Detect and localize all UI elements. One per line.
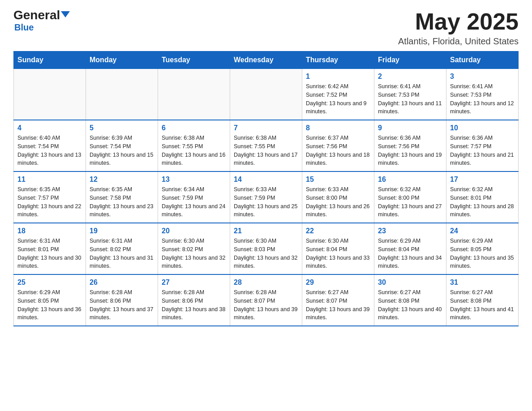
calendar-cell: 7Sunrise: 6:38 AM Sunset: 7:55 PM Daylig… (230, 120, 302, 171)
day-number: 17 (450, 176, 515, 184)
day-info: Sunrise: 6:36 AM Sunset: 7:56 PM Dayligh… (378, 134, 442, 167)
calendar-cell: 13Sunrise: 6:34 AM Sunset: 7:59 PM Dayli… (158, 171, 230, 223)
calendar-cell: 12Sunrise: 6:35 AM Sunset: 7:58 PM Dayli… (86, 171, 158, 223)
day-info: Sunrise: 6:32 AM Sunset: 8:00 PM Dayligh… (378, 185, 442, 219)
calendar-cell: 24Sunrise: 6:29 AM Sunset: 8:05 PM Dayli… (446, 223, 519, 274)
day-number: 29 (306, 278, 370, 287)
logo-blue: Blue (14, 22, 34, 33)
day-info: Sunrise: 6:27 AM Sunset: 8:08 PM Dayligh… (450, 288, 515, 322)
calendar-cell: 27Sunrise: 6:28 AM Sunset: 8:06 PM Dayli… (158, 274, 230, 326)
day-info: Sunrise: 6:34 AM Sunset: 7:59 PM Dayligh… (162, 185, 226, 219)
calendar-table: SundayMondayTuesdayWednesdayThursdayFrid… (13, 51, 519, 326)
day-number: 20 (162, 227, 226, 235)
calendar-cell (14, 69, 86, 120)
day-info: Sunrise: 6:31 AM Sunset: 8:01 PM Dayligh… (17, 237, 82, 270)
day-info: Sunrise: 6:36 AM Sunset: 7:57 PM Dayligh… (450, 134, 515, 167)
day-number: 11 (17, 176, 82, 184)
weekday-header-sunday: Sunday (14, 51, 86, 69)
calendar-cell: 23Sunrise: 6:29 AM Sunset: 8:04 PM Dayli… (374, 223, 446, 274)
calendar-cell: 22Sunrise: 6:30 AM Sunset: 8:04 PM Dayli… (302, 223, 374, 274)
page-header: General Blue May 2025 Atlantis, Florida,… (13, 9, 519, 47)
calendar-cell: 29Sunrise: 6:27 AM Sunset: 8:07 PM Dayli… (302, 274, 374, 326)
day-number: 18 (17, 227, 82, 235)
day-number: 3 (450, 73, 515, 81)
weekday-header-wednesday: Wednesday (230, 51, 302, 69)
day-number: 30 (378, 278, 442, 287)
day-number: 5 (90, 124, 154, 132)
day-info: Sunrise: 6:29 AM Sunset: 8:05 PM Dayligh… (17, 288, 82, 322)
weekday-header-saturday: Saturday (446, 51, 519, 69)
day-number: 1 (306, 73, 370, 81)
day-info: Sunrise: 6:39 AM Sunset: 7:54 PM Dayligh… (90, 134, 154, 167)
calendar-cell: 28Sunrise: 6:28 AM Sunset: 8:07 PM Dayli… (230, 274, 302, 326)
calendar-cell: 8Sunrise: 6:37 AM Sunset: 7:56 PM Daylig… (302, 120, 374, 171)
calendar-cell: 31Sunrise: 6:27 AM Sunset: 8:08 PM Dayli… (446, 274, 519, 326)
day-info: Sunrise: 6:28 AM Sunset: 8:07 PM Dayligh… (234, 288, 298, 322)
day-info: Sunrise: 6:30 AM Sunset: 8:02 PM Dayligh… (162, 237, 226, 270)
logo-text: General (13, 9, 70, 21)
calendar-cell: 30Sunrise: 6:27 AM Sunset: 8:08 PM Dayli… (374, 274, 446, 326)
day-number: 4 (17, 124, 82, 132)
day-number: 8 (306, 124, 370, 132)
weekday-header-tuesday: Tuesday (158, 51, 230, 69)
day-info: Sunrise: 6:27 AM Sunset: 8:08 PM Dayligh… (378, 288, 442, 322)
day-number: 25 (17, 278, 82, 287)
weekday-header-monday: Monday (86, 51, 158, 69)
day-number: 14 (234, 176, 298, 184)
day-info: Sunrise: 6:30 AM Sunset: 8:04 PM Dayligh… (306, 237, 370, 270)
calendar-cell: 4Sunrise: 6:40 AM Sunset: 7:54 PM Daylig… (14, 120, 86, 171)
calendar-cell: 19Sunrise: 6:31 AM Sunset: 8:02 PM Dayli… (86, 223, 158, 274)
day-number: 7 (234, 124, 298, 132)
title-area: May 2025 Atlantis, Florida, United State… (398, 9, 519, 47)
calendar-week-3: 11Sunrise: 6:35 AM Sunset: 7:57 PM Dayli… (14, 171, 519, 223)
calendar-cell: 17Sunrise: 6:32 AM Sunset: 8:01 PM Dayli… (446, 171, 519, 223)
weekday-header-thursday: Thursday (302, 51, 374, 69)
day-number: 19 (90, 227, 154, 235)
calendar-cell: 1Sunrise: 6:42 AM Sunset: 7:52 PM Daylig… (302, 69, 374, 120)
calendar-cell (86, 69, 158, 120)
day-number: 2 (378, 73, 442, 81)
calendar-cell: 20Sunrise: 6:30 AM Sunset: 8:02 PM Dayli… (158, 223, 230, 274)
calendar-cell: 5Sunrise: 6:39 AM Sunset: 7:54 PM Daylig… (86, 120, 158, 171)
day-number: 26 (90, 278, 154, 287)
day-info: Sunrise: 6:42 AM Sunset: 7:52 PM Dayligh… (306, 82, 370, 116)
calendar-week-4: 18Sunrise: 6:31 AM Sunset: 8:01 PM Dayli… (14, 223, 519, 274)
calendar-cell: 21Sunrise: 6:30 AM Sunset: 8:03 PM Dayli… (230, 223, 302, 274)
day-number: 24 (450, 227, 515, 235)
day-info: Sunrise: 6:37 AM Sunset: 7:56 PM Dayligh… (306, 134, 370, 167)
day-number: 27 (162, 278, 226, 287)
day-info: Sunrise: 6:38 AM Sunset: 7:55 PM Dayligh… (234, 134, 298, 167)
calendar-cell: 25Sunrise: 6:29 AM Sunset: 8:05 PM Dayli… (14, 274, 86, 326)
calendar-cell: 18Sunrise: 6:31 AM Sunset: 8:01 PM Dayli… (14, 223, 86, 274)
calendar-week-5: 25Sunrise: 6:29 AM Sunset: 8:05 PM Dayli… (14, 274, 519, 326)
day-info: Sunrise: 6:41 AM Sunset: 7:53 PM Dayligh… (378, 82, 442, 116)
day-number: 23 (378, 227, 442, 235)
logo-area: General Blue (13, 9, 70, 33)
day-info: Sunrise: 6:28 AM Sunset: 8:06 PM Dayligh… (162, 288, 226, 322)
calendar-cell: 16Sunrise: 6:32 AM Sunset: 8:00 PM Dayli… (374, 171, 446, 223)
day-number: 16 (378, 176, 442, 184)
calendar-cell (230, 69, 302, 120)
location-title: Atlantis, Florida, United States (398, 36, 519, 47)
weekday-header-row: SundayMondayTuesdayWednesdayThursdayFrid… (14, 51, 519, 69)
calendar-cell: 9Sunrise: 6:36 AM Sunset: 7:56 PM Daylig… (374, 120, 446, 171)
month-title: May 2025 (398, 9, 519, 34)
day-info: Sunrise: 6:32 AM Sunset: 8:01 PM Dayligh… (450, 185, 515, 219)
day-number: 21 (234, 227, 298, 235)
day-info: Sunrise: 6:31 AM Sunset: 8:02 PM Dayligh… (90, 237, 154, 270)
day-info: Sunrise: 6:28 AM Sunset: 8:06 PM Dayligh… (90, 288, 154, 322)
weekday-header-friday: Friday (374, 51, 446, 69)
calendar-cell: 26Sunrise: 6:28 AM Sunset: 8:06 PM Dayli… (86, 274, 158, 326)
day-info: Sunrise: 6:40 AM Sunset: 7:54 PM Dayligh… (17, 134, 82, 167)
day-info: Sunrise: 6:35 AM Sunset: 7:57 PM Dayligh… (17, 185, 82, 219)
day-number: 9 (378, 124, 442, 132)
day-info: Sunrise: 6:30 AM Sunset: 8:03 PM Dayligh… (234, 237, 298, 270)
calendar-cell: 6Sunrise: 6:38 AM Sunset: 7:55 PM Daylig… (158, 120, 230, 171)
calendar-cell: 10Sunrise: 6:36 AM Sunset: 7:57 PM Dayli… (446, 120, 519, 171)
day-info: Sunrise: 6:29 AM Sunset: 8:04 PM Dayligh… (378, 237, 442, 270)
calendar-cell: 15Sunrise: 6:33 AM Sunset: 8:00 PM Dayli… (302, 171, 374, 223)
day-number: 12 (90, 176, 154, 184)
day-info: Sunrise: 6:35 AM Sunset: 7:58 PM Dayligh… (90, 185, 154, 219)
day-number: 6 (162, 124, 226, 132)
day-info: Sunrise: 6:38 AM Sunset: 7:55 PM Dayligh… (162, 134, 226, 167)
